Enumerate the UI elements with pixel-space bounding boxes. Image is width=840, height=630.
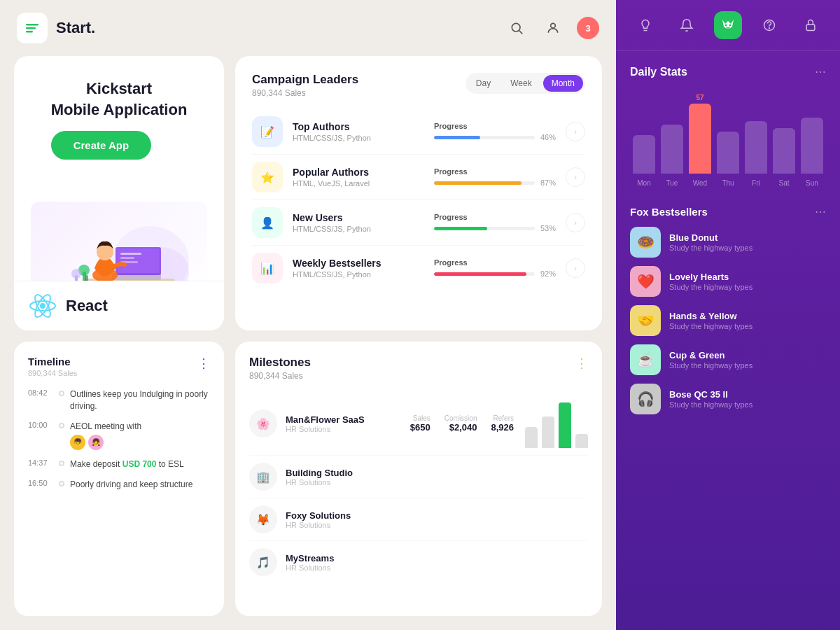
progress-bar-fill [434,181,522,185]
daily-stats-bar-wrap: 57 [689,90,711,174]
daily-stats-day-label: Mon [633,179,655,187]
svg-point-3 [512,23,520,31]
daily-stats-bar-wrap [717,90,739,174]
progress-bar-wrap: 53% [434,224,560,232]
milestones-rows: 🌸 Man&Flower SaaS HR Solutions Sales $65… [249,392,588,583]
fox-bestseller-desc: Study the highway types [669,400,826,409]
daily-stats-day-label: Tue [661,179,683,187]
chevron-button[interactable]: › [566,213,585,232]
chevron-button[interactable]: › [566,258,585,278]
sidebar-icon-lock[interactable] [797,11,825,39]
milestone-bar [525,427,538,448]
timeline-time: 08:42 [28,388,53,397]
progress-section: Progress 53% [434,213,560,232]
campaign-info: Weekly Bestsellers HTML/CSS/JS, Python [293,258,434,279]
svg-point-5 [551,23,556,28]
daily-stats-day-label: Fri [745,179,767,187]
campaign-tabs: Day Week Month [465,73,585,94]
kickstart-title: Kickstart Mobile Application [51,78,188,120]
milestone-info: Building Studio HR Solutions [286,468,588,486]
avatar-2: 👧 [88,435,104,450]
milestone-stat-sales: Sales $650 [410,414,430,433]
sidebar-icon-notification[interactable] [673,11,701,39]
react-banner: React [14,281,224,330]
daily-stats-bar-value: 57 [696,94,704,102]
timeline-item: 14:37 Make deposit USD 700 to ESL [28,458,210,470]
timeline-text-block: AEOL meeting with 👦 👧 [70,421,141,451]
timeline-header: Timeline 890,344 Sales ⋮ [28,356,210,377]
timeline-text-block: Poorly driving and keep structure [70,479,192,491]
react-label: React [66,297,108,315]
fox-bestsellers-items: 🍩 Blue Donut Study the highway types ❤️ … [630,227,826,414]
fox-bestsellers-dots[interactable]: ⋯ [815,205,826,218]
timeline-text: Make deposit [70,459,122,469]
fox-bestseller-info: Cup & Green Study the highway types [669,350,826,370]
chevron-button[interactable]: › [566,167,585,187]
timeline-link[interactable]: USD 700 [122,459,157,469]
progress-bar-wrap: 92% [434,270,560,278]
sidebar-icon-question[interactable] [755,11,783,39]
campaign-name: New Users [293,212,434,223]
campaign-icon: 📊 [252,253,283,284]
campaign-tags: HTML/CSS/JS, Python [293,134,434,142]
user-icon[interactable] [540,15,566,41]
svg-rect-30 [807,24,816,30]
milestones-dots-button[interactable]: ⋮ [575,356,588,371]
fox-bestseller-item: 🎧 Bose QC 35 II Study the highway types [630,384,826,414]
milestone-name: Building Studio [286,468,588,478]
fox-bestseller-info: Lovely Hearts Study the highway types [669,272,826,291]
fox-bestseller-item: 🍩 Blue Donut Study the highway types [630,227,826,258]
campaign-tags: HTML/CSS/JS, Python [293,225,434,233]
sidebar-icon-lightbulb[interactable] [631,11,659,39]
milestone-name: Man&Flower SaaS [286,414,410,425]
campaign-row: ⭐ Popular Authors HTML, VueJS, Laravel P… [252,155,585,200]
campaign-tags: HTML, VueJS, Laravel [293,179,434,188]
milestone-icon: 🦊 [249,505,277,533]
daily-stats-day-label: Sat [773,179,795,187]
svg-point-21 [71,269,81,279]
sidebar-icon-fox[interactable] [714,11,742,39]
create-app-button[interactable]: Create App [51,131,151,160]
header: Start. 3 [0,0,616,56]
fox-bestseller-name: Cup & Green [669,350,826,360]
progress-bar-bg [434,181,535,185]
daily-stats-dots[interactable]: ⋯ [815,65,826,78]
milestone-icon: 🏢 [249,463,277,491]
daily-stats-bar [689,104,711,174]
fox-bestsellers: Fox Bestsellers ⋯ 🍩 Blue Donut Study the… [616,194,840,630]
fox-bestseller-thumb: ☕ [630,344,661,375]
daily-stats-bar-wrap [773,90,795,174]
milestone-type: HR Solutions [286,425,410,433]
fox-bestseller-thumb: 🎧 [630,384,661,414]
milestone-info: Man&Flower SaaS HR Solutions [286,414,410,433]
timeline-title: Timeline [28,356,77,368]
timeline-card: Timeline 890,344 Sales ⋮ 08:42 Outlines … [14,342,224,616]
campaign-info: Popular Authors HTML, VueJS, Laravel [293,167,434,188]
milestone-name: Foxy Solutions [286,510,588,521]
progress-label: Progress [434,122,468,130]
search-icon[interactable] [504,15,529,41]
fox-bestseller-desc: Study the highway types [669,361,826,370]
timeline-dots-button[interactable]: ⋮ [197,356,210,371]
milestone-type: HR Solutions [286,521,588,529]
daily-stats-chart: 57 MonTueWedThuFriSatSun [630,90,826,187]
milestone-icon: 🌸 [249,410,277,438]
notification-badge[interactable]: 3 [577,17,599,39]
campaign-title: Campaign Leaders [252,73,358,87]
daily-stats-bar [661,125,683,174]
campaign-row: 👤 New Users HTML/CSS/JS, Python Progress… [252,200,585,246]
fox-bestsellers-title: Fox Bestsellers [630,206,708,218]
svg-rect-13 [120,257,134,259]
progress-bar-bg [434,227,535,230]
fox-bestseller-item: ❤️ Lovely Hearts Study the highway types [630,266,826,297]
milestones-card: Milestones 890,344 Sales ⋮ 🌸 Man&Flower … [235,342,602,616]
tab-month[interactable]: Month [543,75,583,92]
tab-week[interactable]: Week [502,75,540,92]
daily-stats-bar-wrap [745,90,767,174]
svg-point-29 [769,28,770,29]
tab-day[interactable]: Day [468,75,499,92]
timeline-time: 14:37 [28,458,53,467]
campaign-info: New Users HTML/CSS/JS, Python [293,212,434,233]
progress-section: Progress 46% [434,122,560,141]
chevron-button[interactable]: › [566,122,585,141]
